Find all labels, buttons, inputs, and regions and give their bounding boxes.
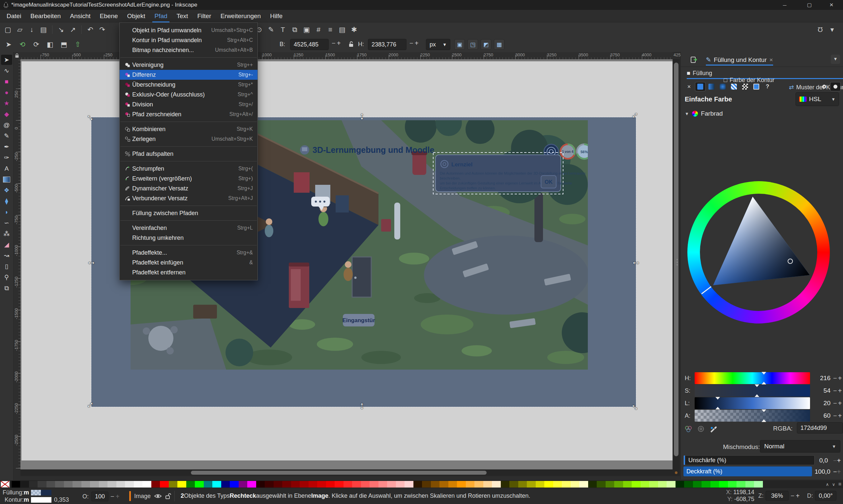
export-icon[interactable]: ↗	[67, 24, 79, 35]
palette-swatch[interactable]	[483, 481, 492, 488]
dropper-tool[interactable]: ⧫	[1, 196, 12, 206]
open-document-icon[interactable]: ▱	[14, 24, 26, 35]
palette-swatch[interactable]	[169, 481, 178, 488]
palette-swatch[interactable]	[134, 481, 143, 488]
wheel-section-header[interactable]: ▼ Farbrad	[685, 110, 723, 117]
palette-swatch[interactable]	[492, 481, 501, 488]
palette-swatch[interactable]	[326, 481, 335, 488]
slider-value[interactable]: 54	[813, 387, 830, 394]
ruler-lock-icon[interactable]	[13, 52, 20, 59]
slider-track[interactable]	[695, 397, 810, 409]
document-properties-icon[interactable]: ▣	[301, 24, 312, 35]
selector-tool[interactable]: ➤	[1, 55, 12, 65]
undo-icon[interactable]: ↶	[84, 24, 96, 35]
menu-item-reverse[interactable]: Richtung umkehren	[120, 233, 257, 243]
palette-none-swatch[interactable]	[1, 481, 10, 488]
eraser-tool[interactable]: ◢	[1, 239, 12, 250]
palette-swatch[interactable]	[509, 481, 518, 488]
menu-item-division[interactable]: DivisionStrg+/	[120, 100, 257, 109]
selection-handle[interactable]: ↔	[631, 256, 641, 266]
snap-controls-icon[interactable]: Ω	[814, 24, 826, 35]
dock-tab-fill-stroke[interactable]: ✎ Füllung und Kontur ×	[706, 56, 773, 64]
menu-item-remove-path-effect[interactable]: Pfadeffekt entfernen	[120, 268, 257, 277]
palette-swatch[interactable]	[702, 481, 710, 488]
stroke-indicator[interactable]: Kontur:m 0,353	[5, 497, 69, 503]
pages-tool[interactable]: ▯	[1, 261, 12, 271]
palette-swatch[interactable]	[265, 481, 274, 488]
scale-corners-toggle[interactable]: ◳	[467, 39, 478, 50]
flip-horizontal-icon[interactable]: ◧	[44, 39, 56, 50]
palette-swatch[interactable]	[448, 481, 457, 488]
minimize-button[interactable]: ─	[773, 0, 796, 10]
palette-swatch[interactable]	[160, 481, 169, 488]
horizontal-scrollbar-thumb[interactable]	[191, 471, 487, 475]
palette-swatch[interactable]	[614, 481, 623, 488]
palette-swatch[interactable]	[352, 481, 361, 488]
menu-item-stroke-to-path[interactable]: Kontur in Pfad umwandelnStrg+Alt+C	[120, 35, 257, 45]
object-opacity[interactable]: O: 100 −+	[82, 491, 121, 501]
palette-swatch[interactable]	[737, 481, 745, 488]
palette-swatch[interactable]	[606, 481, 615, 488]
palette-swatch[interactable]	[116, 481, 125, 488]
fill-rule-evenodd-button[interactable]	[819, 82, 829, 91]
menu-item-trace-bitmap[interactable]: Bitmap nachzeichnen...Umschalt+Alt+B	[120, 45, 257, 55]
print-icon[interactable]: ▤	[38, 24, 49, 35]
fill-rule-nonzero-button[interactable]	[830, 82, 840, 91]
slider-track[interactable]	[695, 385, 810, 397]
rotate-cw-icon[interactable]: ⟳	[30, 39, 42, 50]
palette-swatch[interactable]	[212, 481, 221, 488]
scale-gradient-toggle[interactable]: ◩	[481, 39, 491, 50]
door-button[interactable]: Eingangstür	[342, 314, 375, 326]
calligraphy-tool[interactable]: ✑	[1, 152, 12, 163]
radial-gradient-button[interactable]	[718, 82, 728, 91]
palette-swatch[interactable]	[667, 481, 675, 488]
palette-swatch[interactable]	[344, 481, 352, 488]
menu-item-difference[interactable]: DifferenzStrg+-	[120, 70, 257, 80]
opacity-spin-buttons[interactable]: −+	[833, 468, 841, 476]
palette-swatch[interactable]	[177, 481, 186, 488]
pen-tool[interactable]: ✒	[1, 142, 12, 152]
slider-value[interactable]: 20	[813, 400, 830, 407]
height-spin-buttons[interactable]: −+	[410, 39, 420, 47]
color-mode-dropdown[interactable]: HSL ▼	[795, 92, 839, 106]
palette-swatch[interactable]	[47, 481, 55, 488]
percent-badge[interactable]: 56%	[577, 144, 588, 159]
menu-filter[interactable]: Filter	[192, 10, 216, 22]
palette-swatch[interactable]	[562, 481, 571, 488]
redo-icon[interactable]: ↷	[96, 24, 108, 35]
palette-swatch[interactable]	[334, 481, 344, 488]
horizontal-ruler[interactable]: -750-500-2501000125015001750200022502500…	[20, 52, 673, 59]
menu-pfad[interactable]: Pfad	[150, 10, 172, 22]
fill-stroke-dialog-icon[interactable]: ✎	[265, 24, 277, 35]
palette-swatch[interactable]	[728, 481, 737, 488]
connector-tool[interactable]: ↝	[1, 250, 12, 260]
menu-ebene[interactable]: Ebene	[95, 10, 123, 22]
palette-swatch[interactable]	[230, 481, 239, 488]
eyedropper-icon[interactable]	[709, 425, 718, 433]
menu-item-union[interactable]: VereinigungStrg++	[120, 60, 257, 70]
palette-swatch[interactable]	[431, 481, 440, 488]
snap-options-chevron-icon[interactable]: ▾	[826, 24, 838, 35]
slider-marker[interactable]	[755, 384, 759, 387]
palette-swatch[interactable]	[282, 481, 291, 488]
dock-options-chevron-icon[interactable]: ▾	[831, 55, 840, 64]
menu-item-combine[interactable]: KombinierenStrg+K	[120, 124, 257, 134]
blend-mode-dropdown[interactable]: Normal ▼	[760, 440, 840, 453]
palette-swatch[interactable]	[195, 481, 204, 488]
scale-pattern-toggle[interactable]: ▦	[494, 39, 504, 50]
menu-hilfe[interactable]: Hilfe	[265, 10, 287, 22]
layer-lock-icon[interactable]	[165, 493, 171, 499]
palette-swatch[interactable]	[300, 481, 309, 488]
palette-swatch[interactable]	[754, 481, 763, 488]
text-dialog-icon[interactable]: T	[277, 24, 289, 35]
node-tool[interactable]: ∿	[1, 66, 12, 76]
measure-tool[interactable]: ⧉	[1, 283, 12, 293]
slider-marker[interactable]	[761, 382, 766, 384]
palette-swatch[interactable]	[291, 481, 300, 488]
menu-item-linked-offset[interactable]: Verbundener VersatzStrg+Alt+J	[120, 193, 257, 203]
palette-swatch[interactable]	[457, 481, 466, 488]
menu-item-inset[interactable]: SchrumpfenStrg+(	[120, 164, 257, 174]
slider-track[interactable]	[695, 410, 810, 422]
palette-swatch[interactable]	[579, 481, 588, 488]
fill-indicator[interactable]: Füllung:m	[3, 489, 51, 496]
